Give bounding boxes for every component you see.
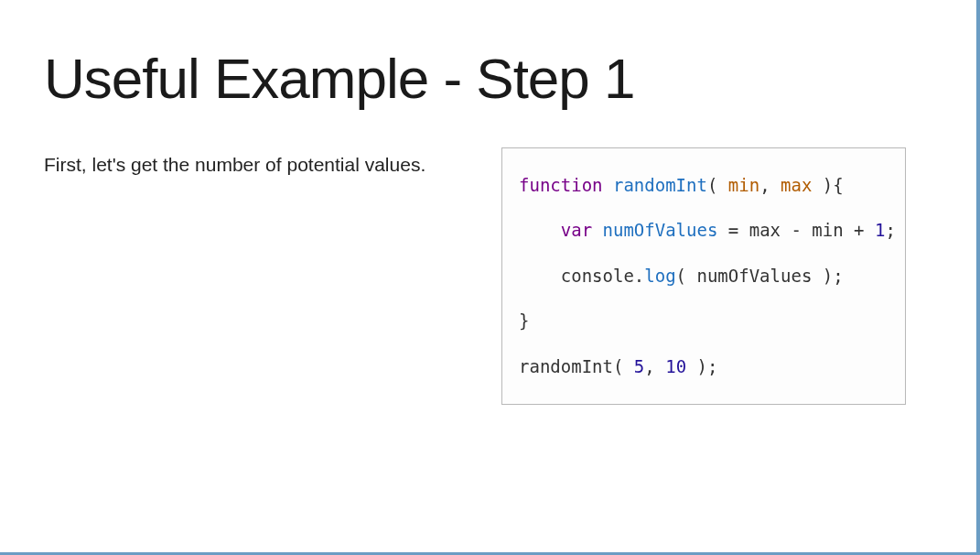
- code-text: ,: [759, 175, 770, 195]
- code-text: );: [686, 356, 717, 376]
- code-param: max: [781, 175, 812, 195]
- code-text: randomInt(: [519, 356, 634, 376]
- description-text: First, let's get the number of potential…: [44, 147, 465, 178]
- code-number: 10: [665, 356, 686, 376]
- code-keyword: function: [519, 175, 603, 195]
- code-text: ){: [823, 175, 844, 195]
- code-method: log: [644, 266, 675, 286]
- code-text: }: [519, 310, 529, 331]
- code-function-name: randomInt: [613, 175, 707, 195]
- code-variable: numOfValues: [603, 220, 718, 240]
- code-number: 5: [634, 356, 644, 376]
- code-text: ( numOfValues );: [676, 266, 844, 286]
- code-text: ;: [885, 220, 895, 240]
- slide: Useful Example - Step 1 First, let's get…: [0, 0, 976, 405]
- code-param: min: [728, 175, 759, 195]
- code-text: console.: [519, 266, 644, 286]
- code-keyword: var: [561, 220, 592, 240]
- content-row: First, let's get the number of potential…: [44, 147, 932, 405]
- code-text: ,: [644, 356, 665, 376]
- code-number: 1: [875, 220, 885, 240]
- code-text: (: [707, 175, 717, 195]
- code-text: = max - min +: [717, 220, 875, 240]
- page-title: Useful Example - Step 1: [44, 46, 932, 111]
- code-block: function randomInt( min, max ){ var numO…: [501, 147, 906, 405]
